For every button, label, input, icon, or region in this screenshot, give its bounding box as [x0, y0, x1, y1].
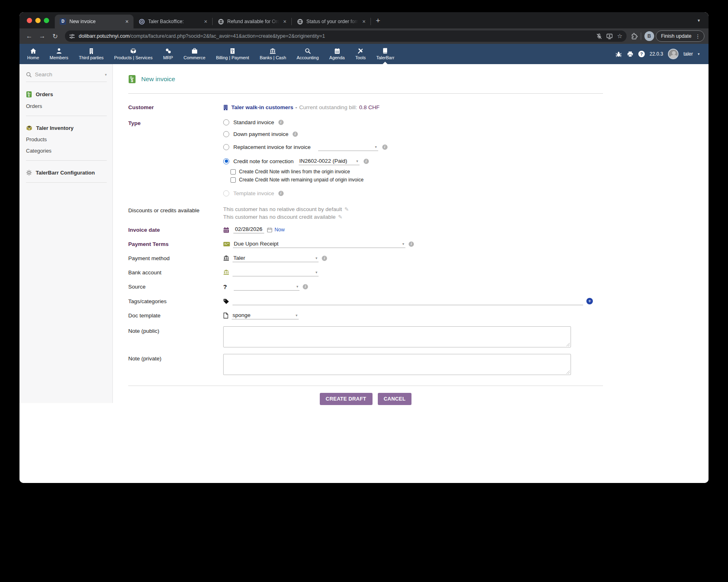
- checkbox-remaining-unpaid[interactable]: [230, 177, 236, 183]
- close-tab-icon[interactable]: ×: [362, 18, 366, 25]
- option-credit-note[interactable]: Credit note for correction IN2602-0022 (…: [223, 157, 388, 165]
- bookmark-star-icon[interactable]: ☆: [617, 32, 622, 40]
- option-label: Standard invoice: [233, 119, 274, 125]
- tools-icon: [358, 48, 364, 54]
- sidebar-section-talerbarr-config[interactable]: TalerBarr Configuration: [26, 170, 107, 183]
- nav-home[interactable]: Home: [22, 44, 44, 64]
- close-tab-icon[interactable]: ×: [203, 18, 208, 25]
- tab-refund-available[interactable]: Refund available for Order to ×: [213, 15, 291, 28]
- mic-off-icon[interactable]: [596, 33, 602, 39]
- add-tag-button[interactable]: +: [586, 298, 593, 304]
- user-menu-chevron-icon[interactable]: ▾: [698, 52, 700, 56]
- close-tab-icon[interactable]: ×: [125, 18, 129, 25]
- info-icon[interactable]: i: [382, 144, 388, 150]
- nav-talerbarr[interactable]: TalerBarr: [371, 44, 400, 64]
- fullscreen-window-button[interactable]: [44, 18, 49, 23]
- url-bar[interactable]: dolibarr.potuzhnyi.com/compta/facture/ca…: [65, 30, 627, 42]
- tab-new-invoice[interactable]: D New invoice ×: [55, 15, 134, 28]
- nav-label: Agenda: [330, 55, 345, 60]
- customer-link[interactable]: Taler walk-in customers: [231, 104, 293, 110]
- invoice-date-input[interactable]: 02/28/2026: [233, 226, 264, 233]
- payment-method-select[interactable]: Taler ▾: [233, 254, 319, 262]
- tags-input[interactable]: [233, 297, 583, 305]
- forward-button[interactable]: →: [37, 30, 48, 42]
- extensions-icon[interactable]: [631, 33, 638, 40]
- user-avatar[interactable]: [668, 49, 678, 59]
- tab-taler-backoffice[interactable]: Taler Backoffice: ×: [134, 15, 212, 28]
- minimize-window-button[interactable]: [35, 18, 41, 23]
- replacement-invoice-select[interactable]: ▾: [318, 143, 378, 151]
- close-tab-icon[interactable]: ×: [282, 18, 287, 25]
- credit-note-unpaid-option[interactable]: Create Credit Note with remaining unpaid…: [230, 177, 388, 183]
- now-link[interactable]: Now: [275, 227, 285, 233]
- nav-banks-cash[interactable]: Banks | Cash: [254, 44, 291, 64]
- radio-credit-note[interactable]: [223, 158, 229, 164]
- bank-account-select[interactable]: ▾: [233, 268, 319, 276]
- user-name[interactable]: taler: [683, 51, 693, 57]
- nav-third-parties[interactable]: Third parties: [73, 44, 109, 64]
- note-private-textarea[interactable]: [223, 354, 571, 375]
- help-icon[interactable]: ?: [638, 51, 645, 57]
- nav-products-services[interactable]: Products | Services: [109, 44, 158, 64]
- option-down-payment[interactable]: Down payment invoice i: [223, 131, 388, 137]
- cancel-button[interactable]: CANCEL: [378, 393, 412, 405]
- sidebar-search[interactable]: ▾: [26, 71, 107, 82]
- nav-agenda[interactable]: Agenda: [324, 44, 350, 64]
- info-icon[interactable]: i: [278, 120, 284, 125]
- datepicker-icon[interactable]: [267, 227, 272, 233]
- nav-members[interactable]: Members: [44, 44, 73, 64]
- edit-pencil-icon[interactable]: ✎: [338, 214, 342, 220]
- print-icon[interactable]: [627, 51, 633, 57]
- browser-menu-icon[interactable]: ⋮: [694, 33, 702, 39]
- info-icon[interactable]: i: [293, 131, 298, 137]
- install-icon[interactable]: [606, 33, 613, 39]
- nav-mrp[interactable]: MRP: [158, 44, 178, 64]
- profile-avatar[interactable]: B: [644, 31, 654, 41]
- cube-icon: [130, 48, 136, 54]
- info-icon[interactable]: i: [322, 256, 327, 261]
- search-dropdown-chevron-icon[interactable]: ▾: [105, 73, 107, 77]
- payment-terms-select[interactable]: Due Upon Receipt ▾: [233, 240, 405, 248]
- note-public-textarea[interactable]: [223, 326, 571, 347]
- new-tab-button[interactable]: +: [371, 16, 385, 28]
- radio-replacement[interactable]: [223, 144, 229, 150]
- radio-standard[interactable]: [223, 119, 229, 125]
- site-settings-icon[interactable]: [69, 33, 75, 39]
- resize-handle[interactable]: [566, 370, 570, 374]
- radio-down-payment[interactable]: [223, 131, 229, 137]
- checkbox-lines-from-origin[interactable]: [230, 169, 236, 175]
- resize-handle[interactable]: [566, 343, 570, 347]
- info-icon[interactable]: i: [303, 284, 308, 289]
- reload-button[interactable]: ↻: [50, 30, 61, 42]
- info-icon[interactable]: i: [409, 241, 414, 247]
- nav-label: Billing | Payment: [216, 55, 249, 60]
- option-standard-invoice[interactable]: Standard invoice i: [223, 119, 388, 125]
- tab-order-status[interactable]: Status of your order forrefund ×: [292, 15, 370, 28]
- sidebar-item-products[interactable]: Products: [26, 136, 107, 142]
- bank-olive-icon: [223, 269, 229, 275]
- nav-billing-payment[interactable]: $ Billing | Payment: [211, 44, 254, 64]
- nav-commerce[interactable]: Commerce: [178, 44, 211, 64]
- sidebar-item-orders[interactable]: Orders: [26, 103, 107, 109]
- doc-template-select[interactable]: sponge ▾: [232, 311, 299, 319]
- edit-pencil-icon[interactable]: ✎: [345, 206, 349, 212]
- finish-update-button[interactable]: Finish update ⋮: [656, 30, 704, 42]
- nav-accounting[interactable]: Accounting: [291, 44, 324, 64]
- sidebar-item-categories[interactable]: Categories: [26, 148, 107, 154]
- search-input[interactable]: [35, 71, 101, 78]
- bug-icon[interactable]: [615, 51, 622, 57]
- back-button[interactable]: ←: [24, 30, 35, 42]
- source-select[interactable]: ▾: [234, 282, 299, 291]
- info-icon[interactable]: i: [364, 159, 369, 164]
- nav-tools[interactable]: Tools: [350, 44, 371, 64]
- credit-note-invoice-select[interactable]: IN2602-0022 (Paid) ▾: [299, 157, 360, 165]
- option-label: Down payment invoice: [233, 131, 289, 137]
- source-label: Source: [128, 284, 223, 290]
- create-draft-button[interactable]: CREATE DRAFT: [320, 393, 373, 405]
- tab-search-chevron-icon[interactable]: ▾: [695, 16, 703, 24]
- option-replacement-invoice[interactable]: Replacement invoice for invoice ▾ i: [223, 143, 388, 151]
- close-window-button[interactable]: [27, 18, 32, 23]
- building-icon: [88, 48, 94, 54]
- info-icon[interactable]: i: [278, 191, 284, 196]
- credit-note-lines-option[interactable]: Create Credit Note with lines from the o…: [230, 169, 388, 175]
